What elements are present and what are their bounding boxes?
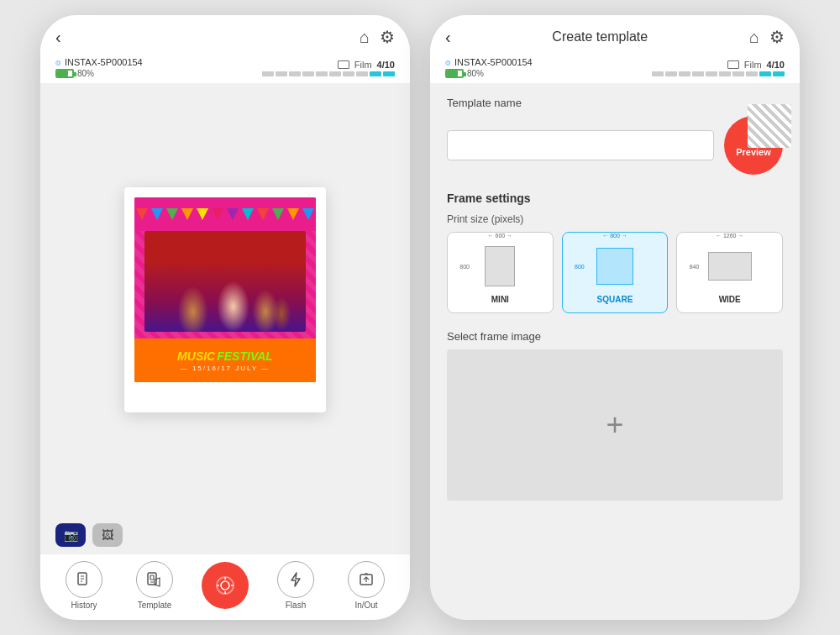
flag-9 [257, 208, 269, 220]
flag-12 [302, 208, 314, 220]
right-battery-percent: 80% [467, 69, 484, 78]
square-name: SQUARE [597, 295, 633, 304]
inout-icon-wrap [348, 561, 385, 598]
preview-badge[interactable]: Preview [724, 116, 783, 175]
select-frame-label: Select frame image [447, 330, 783, 343]
film-seg-8 [356, 71, 368, 76]
frame-image-box[interactable]: + [447, 349, 783, 501]
flag-1 [136, 208, 148, 220]
right-battery-fill [447, 71, 458, 76]
film-seg-1 [262, 71, 274, 76]
left-main-content: MUSIC FESTIVAL — 15/16/17 JULY — [40, 83, 410, 517]
r-film-seg-3 [679, 71, 690, 76]
right-device-name: ⌾ INSTAX-5P000154 [445, 57, 533, 67]
nav-item-template[interactable]: Template [129, 561, 180, 610]
mini-diagram: ← 600 → 800 [475, 241, 525, 291]
r-film-seg-7 [732, 71, 744, 76]
mini-name: mini [491, 295, 509, 304]
instax-photo: MUSIC FESTIVAL — 15/16/17 JULY — [124, 187, 326, 412]
right-main-content: Template name Preview Frame settings Pri… [430, 83, 800, 620]
bottom-nav: History Template [40, 554, 410, 620]
music-festival-text: MUSIC FESTIVAL [177, 349, 273, 363]
r-film-seg-5 [706, 71, 717, 76]
wide-h-label: 840 [690, 264, 700, 270]
gallery-mode-button[interactable]: 🖼 [92, 523, 123, 547]
festival-word: FESTIVAL [217, 349, 273, 363]
square-h-label: 800 [575, 264, 585, 270]
r-film-seg-1 [652, 71, 664, 76]
square-w-label: ← 800 → [602, 233, 627, 239]
right-bluetooth-icon: ⌾ [445, 57, 451, 67]
left-back-button[interactable]: ‹ [55, 28, 61, 47]
wide-w-label: ← 1260 → [716, 233, 743, 239]
right-settings-icon[interactable]: ⚙ [769, 27, 785, 47]
right-film-icon [727, 60, 739, 69]
template-name-label: Template name [447, 97, 783, 109]
right-film-bar [652, 71, 785, 76]
r-film-seg-6 [719, 71, 731, 76]
nav-item-history[interactable]: History [59, 561, 109, 610]
r-film-seg-2 [665, 71, 677, 76]
template-name-row: Preview [447, 116, 783, 175]
right-status-left: ⌾ INSTAX-5P000154 80% [445, 57, 533, 78]
home-icon[interactable]: ⌂ [360, 28, 370, 47]
bunting [134, 205, 316, 223]
nav-item-flash[interactable]: Flash [270, 561, 321, 610]
svg-rect-5 [150, 575, 154, 580]
left-status-bar: ⌾ INSTAX-5P000154 80% Film 4/10 [40, 54, 410, 83]
right-home-icon[interactable]: ⌂ [749, 28, 759, 47]
flag-5 [197, 208, 208, 220]
film-count: 4/10 [377, 60, 395, 70]
flag-10 [272, 208, 284, 220]
history-label: History [71, 601, 97, 610]
svg-marker-13 [291, 573, 300, 586]
right-status-right: Film 4/10 [652, 60, 785, 76]
mini-w-label: ← 600 → [488, 233, 513, 239]
film-seg-7 [343, 71, 354, 76]
nav-item-inout[interactable]: In/Out [341, 561, 391, 610]
inout-label: In/Out [354, 601, 377, 610]
left-status-right: Film 4/10 [262, 60, 395, 76]
flag-7 [227, 208, 239, 220]
film-bar [262, 71, 395, 76]
gallery-icon: 🖼 [102, 528, 113, 542]
film-seg-6 [329, 71, 341, 76]
template-name-input[interactable] [447, 130, 714, 160]
nav-item-camera[interactable] [200, 562, 250, 609]
add-frame-icon: + [606, 407, 623, 443]
right-title: Create template [451, 29, 749, 45]
right-phone: ‹ Create template ⌂ ⚙ ⌾ INSTAX-5P000154 … [430, 15, 800, 620]
size-mini[interactable]: ← 600 → 800 mini [447, 232, 554, 313]
frame-settings-title: Frame settings [447, 192, 783, 205]
r-film-seg-10 [773, 71, 785, 76]
date-text: — 15/16/17 JULY — [181, 365, 270, 372]
battery-percent: 80% [77, 69, 94, 78]
settings-icon[interactable]: ⚙ [380, 27, 395, 47]
film-seg-10 [383, 71, 395, 76]
template-icon-wrap [136, 561, 173, 598]
left-phone: ‹ ⌂ ⚙ ⌾ INSTAX-5P000154 80% Film 4/10 [40, 15, 410, 620]
r-film-seg-8 [746, 71, 758, 76]
history-icon [76, 571, 92, 588]
square-rect [596, 248, 633, 285]
camera-mode-button[interactable]: 📷 [55, 523, 86, 547]
size-square[interactable]: ← 800 → 800 SQUARE [562, 232, 669, 313]
people-img [144, 231, 306, 332]
film-seg-3 [289, 71, 301, 76]
battery-row: 80% [55, 69, 143, 78]
battery-icon [55, 69, 74, 78]
preview-label: Preview [736, 147, 771, 157]
template-label: Template [138, 601, 172, 610]
film-row: Film 4/10 [338, 60, 395, 70]
left-top-icons: ⌂ ⚙ [360, 27, 395, 47]
size-wide[interactable]: ← 1260 → 840 WIDE [676, 232, 783, 313]
right-back-button[interactable]: ‹ [445, 28, 451, 47]
film-icon [338, 60, 349, 69]
flag-4 [181, 208, 193, 220]
right-top-bar: ‹ Create template ⌂ ⚙ [430, 15, 800, 54]
shutter-icon [214, 575, 236, 596]
right-battery-icon [445, 69, 464, 78]
right-battery-row: 80% [445, 69, 533, 78]
right-film-count: 4/10 [767, 60, 785, 70]
right-status-bar: ⌾ INSTAX-5P000154 80% Film 4/10 [430, 54, 800, 83]
